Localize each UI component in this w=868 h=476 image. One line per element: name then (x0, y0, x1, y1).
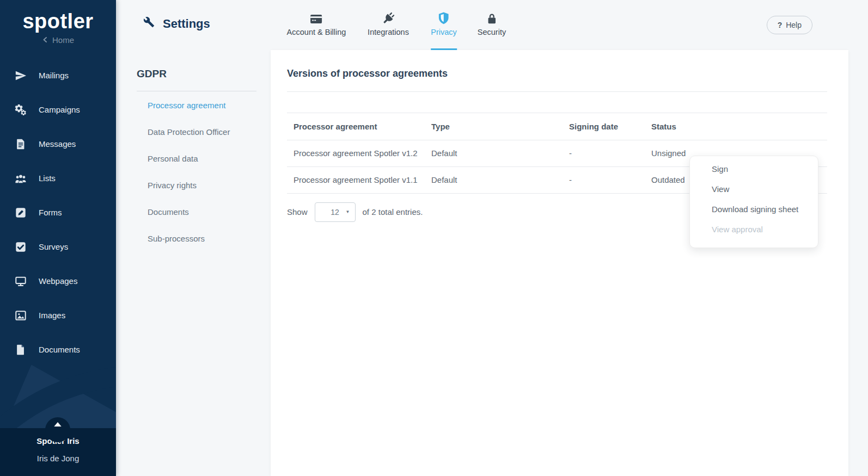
sidebar-item-label: Webpages (39, 276, 77, 286)
cell-agreement-name: Processor agreement Spotler v1.2 (287, 140, 431, 166)
show-label: Show (287, 207, 308, 217)
sidebar-item-label: Messages (39, 139, 76, 149)
image-icon (15, 309, 29, 322)
shield-icon (437, 9, 450, 26)
gdpr-heading: GDPR (137, 68, 167, 80)
tab-label: Privacy (431, 28, 457, 36)
tab-integrations[interactable]: Integrations (368, 0, 409, 50)
help-label: Help (786, 21, 802, 29)
question-mark-icon: ? (778, 21, 783, 29)
sidebar-item-label: Mailings (39, 71, 69, 80)
chevron-left-icon (42, 35, 48, 45)
content-panel: Versions of processor agreements Process… (271, 50, 848, 476)
plug-icon (381, 9, 395, 26)
primary-sidebar: spotler Home Mailings Campaigns (0, 0, 116, 476)
sidebar-item-campaigns[interactable]: Campaigns (0, 92, 116, 127)
tab-security[interactable]: Security (478, 0, 506, 50)
gdpr-sidebar: GDPR Processor agreement Data Protection… (116, 50, 271, 476)
gdpr-item-documents[interactable]: Documents (148, 199, 230, 225)
back-to-home-link[interactable]: Home (0, 35, 116, 45)
gdpr-item-processor-agreement[interactable]: Processor agreement (148, 92, 230, 119)
menu-item-view-approval: View approval (690, 219, 818, 239)
sidebar-item-label: Lists (39, 174, 56, 183)
wrench-icon (143, 16, 155, 31)
column-header-signing-date: Signing date (569, 113, 651, 140)
gdpr-item-personal-data[interactable]: Personal data (148, 145, 230, 172)
menu-item-sign[interactable]: Sign (690, 159, 818, 179)
tab-label: Integrations (368, 28, 409, 36)
sidebar-item-label: Surveys (39, 242, 68, 251)
sidebar-item-messages[interactable]: Messages (0, 127, 116, 161)
column-header-type: Type (431, 113, 569, 140)
page-size-select[interactable]: 12 ▼ (315, 202, 356, 222)
menu-item-view[interactable]: View (690, 179, 818, 199)
sidebar-item-label: Images (39, 311, 65, 320)
monitor-icon (15, 275, 29, 288)
sidebar-item-images[interactable]: Images (0, 298, 116, 332)
pencil-square-icon (15, 206, 29, 219)
file-text-icon (15, 138, 29, 151)
check-square-icon (15, 240, 29, 254)
sidebar-nav: Mailings Campaigns Messages Lists (0, 58, 116, 367)
menu-item-download-signing-sheet[interactable]: Download signing sheet (690, 199, 818, 219)
tab-label: Security (478, 28, 506, 36)
cell-signing-date: - (569, 166, 651, 193)
lock-icon (485, 9, 498, 26)
spotler-logo: spotler (0, 10, 116, 33)
cogs-icon (15, 103, 29, 116)
chevron-down-icon: ▼ (346, 209, 350, 214)
gdpr-item-data-protection-officer[interactable]: Data Protection Officer (148, 119, 230, 145)
tab-account-billing[interactable]: Account & Billing (287, 0, 346, 50)
gdpr-divider (137, 91, 256, 91)
cell-signing-date: - (569, 140, 651, 166)
table-header-row: Processor agreement Type Signing date St… (287, 113, 827, 140)
tab-label: Account & Billing (287, 28, 346, 36)
page-size-value: 12 (331, 208, 339, 217)
sidebar-item-lists[interactable]: Lists (0, 161, 116, 195)
gdpr-item-sub-processors[interactable]: Sub-processors (148, 225, 230, 252)
sidebar-item-label: Forms (39, 208, 62, 217)
gdpr-item-privacy-rights[interactable]: Privacy rights (148, 172, 230, 199)
column-header-processor-agreement: Processor agreement (287, 113, 431, 140)
credit-card-icon (308, 9, 325, 26)
page-title-label: Settings (163, 17, 210, 31)
account-footer: Spotler Iris Iris de Jong (0, 428, 116, 476)
entries-summary: of 2 total entries. (363, 207, 423, 217)
page-title: Settings (143, 16, 210, 31)
sidebar-item-label: Campaigns (39, 105, 80, 114)
collapse-account-button[interactable] (45, 417, 70, 442)
cell-type: Default (431, 166, 569, 193)
paper-plane-icon (15, 69, 29, 82)
cell-type: Default (431, 140, 569, 166)
sidebar-item-webpages[interactable]: Webpages (0, 264, 116, 298)
sidebar-item-surveys[interactable]: Surveys (0, 230, 116, 264)
account-user[interactable]: Iris de Jong (0, 454, 116, 463)
section-title: Versions of processor agreements (287, 68, 827, 79)
sidebar-item-mailings[interactable]: Mailings (0, 58, 116, 92)
users-icon (15, 172, 29, 185)
chevron-up-icon (53, 419, 62, 429)
divider (287, 91, 827, 92)
settings-header: Settings Account & Billing Integrations … (116, 0, 868, 50)
home-label: Home (52, 35, 74, 45)
cell-agreement-name: Processor agreement Spotler v1.1 (287, 166, 431, 193)
row-actions-menu: Sign View Download signing sheet View ap… (689, 156, 818, 248)
column-header-status: Status (651, 113, 827, 140)
sidebar-item-forms[interactable]: Forms (0, 195, 116, 230)
help-button[interactable]: ? Help (767, 16, 812, 34)
tab-privacy[interactable]: Privacy (431, 0, 457, 50)
